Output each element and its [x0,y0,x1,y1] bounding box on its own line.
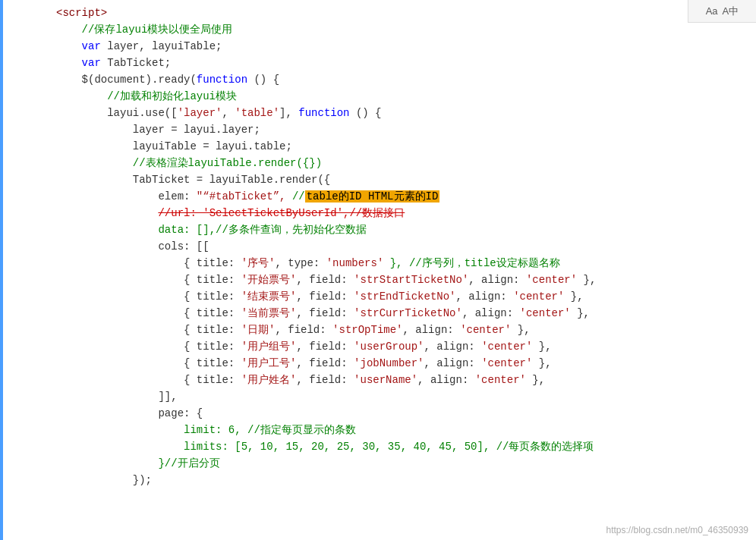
line-text: $(document).ready(function () { [49,71,756,88]
code-token [285,190,291,202]
code-token: var [82,57,101,69]
code-token: , field: [296,274,354,286]
line-text: //表格渲染layuiTable.render({}) [49,155,756,171]
line-text: { title: '用户工号', field: 'jobNumber', ali… [49,355,756,372]
code-token: limit: 6, //指定每页显示的条数 [56,424,356,436]
code-line: limits: [5, 10, 15, 20, 25, 30, 35, 40, … [3,438,756,455]
code-token: 'center' [513,290,564,303]
line-text: //加载和初始化layui模块 [49,88,756,105]
code-line: { title: '用户组号', field: 'userGroup', ali… [3,338,756,355]
code-token: 'table' [235,107,279,119]
code-token: () { [247,74,279,86]
code-token: { title: [56,357,241,369]
code-token: function [197,74,247,86]
code-token: , align: [462,307,520,319]
code-token: '用户组号' [241,341,297,353]
code-line: { title: '日期', field: 'strOpTime', align… [3,322,756,338]
code-token: }, [526,374,545,386]
code-token: 'userName' [354,374,417,386]
line-text: TabTicket = layuiTable.render({ [49,171,756,188]
code-token: { title: [56,307,241,319]
code-token: page: { [56,407,203,419]
code-token [56,40,82,52]
line-text: }); [49,472,756,488]
line-text: elem: "“#tabTicket”, //table的ID HTML元素的I… [49,188,756,205]
code-token: data: [],//多条件查询，先初始化空数据 [56,224,367,236]
code-token: { title: [56,274,241,286]
code-token: , field: [296,341,354,353]
code-token: 'center' [475,374,526,386]
line-text: { title: '序号', type: 'numbers' }, //序号列，… [49,255,756,272]
code-token: , align: [456,290,514,303]
code-token: , [222,107,235,119]
code-token: 'center' [526,274,577,286]
code-token: , align: [424,357,482,369]
code-line: //url: 'SelectTicketByUserId',//数据接口 [3,205,756,221]
code-token: $(document).ready( [56,74,197,86]
code-token: , field: [275,324,332,336]
line-text: }//开启分页 [49,455,756,472]
line-text: { title: '当前票号', field: 'strCurrTicketNo… [49,305,756,322]
code-line: }); [3,472,756,488]
code-token: ], [279,107,298,119]
code-line: { title: '开始票号', field: 'strStartTicketN… [3,272,756,288]
line-text: //url: 'SelectTicketByUserId',//数据接口 [49,205,756,221]
code-token: '开始票号' [241,274,297,286]
code-token: //url: 'SelectTicketByUserId',//数据接口 [158,207,405,219]
code-token: limits: [5, 10, 15, 20, 25, 30, 35, 40, … [56,441,594,453]
code-token: , align: [424,341,482,353]
code-area: Aa A中 <script> //保存layui模块以便全局使用 var lay… [0,0,756,540]
code-token: 'center' [520,307,571,319]
code-token: 'strOpTime' [332,324,402,336]
code-line: { title: '用户工号', field: 'jobNumber', ali… [3,355,756,372]
code-line: limit: 6, //指定每页显示的条数 [3,422,756,438]
code-token: //加载和初始化layui模块 [56,90,237,102]
line-text: //保存layui模块以便全局使用 [49,21,756,38]
line-text: var layer, layuiTable; [49,38,756,55]
code-token: , field: [296,290,354,303]
code-token: 'layer' [178,107,222,119]
line-text: { title: '用户姓名', field: 'userName', alig… [49,372,756,388]
code-token: , field: [296,357,354,369]
code-line: }//开启分页 [3,455,756,472]
code-token: '当前票号' [241,307,297,319]
code-line: //加载和初始化layui模块 [3,88,756,105]
code-lines: <script> //保存layui模块以便全局使用 var layer, la… [0,3,756,488]
code-token: 'userGroup' [354,341,424,353]
code-token: layer, layuiTable; [101,40,222,52]
code-token: cols: [[ [56,240,209,253]
code-token: { title: [56,341,241,353]
code-token: , field: [296,307,354,319]
code-token: TabTicket; [101,57,171,69]
code-token: <script> [56,7,107,19]
watermark: https://blog.csdn.net/m0_46350939 [606,525,748,535]
code-token: }, [532,357,551,369]
code-token: }//开启分页 [56,457,220,469]
code-token: , field: [296,374,354,386]
line-text: cols: [[ [49,238,756,255]
code-token: // [292,190,305,202]
line-text: layer = layui.layer; [49,121,756,138]
code-token: , type: [275,257,326,269]
line-text: { title: '开始票号', field: 'strStartTicketN… [49,272,756,288]
code-token: }, //序号列，title设定标题名称 [383,257,559,269]
code-token: layer = layui.layer; [56,124,260,136]
code-token: ]], [56,391,178,403]
code-token: layui.use([ [56,107,178,119]
code-token: 'numbers' [326,257,384,269]
code-line: layer = layui.layer; [3,121,756,138]
code-token: 'strStartTicketNo' [354,274,468,286]
line-text: layui.use(['layer', 'table'], function (… [49,105,756,121]
line-text: limits: [5, 10, 15, 20, 25, 30, 35, 40, … [49,438,756,455]
code-token: 'jobNumber' [354,357,424,369]
code-token: 'strCurrTicketNo' [354,307,462,319]
code-token: }, [577,274,596,286]
code-token: '用户工号' [241,357,297,369]
code-line: layuiTable = layui.table; [3,138,756,155]
code-line: { title: '序号', type: 'numbers' }, //序号列，… [3,255,756,272]
code-token: { title: [56,324,241,336]
line-text: limit: 6, //指定每页显示的条数 [49,422,756,438]
code-line: { title: '当前票号', field: 'strCurrTicketNo… [3,305,756,322]
code-token: "“#tabTicket”, [197,190,286,202]
line-text: { title: '结束票号', field: 'strEndTicketNo'… [49,288,756,305]
